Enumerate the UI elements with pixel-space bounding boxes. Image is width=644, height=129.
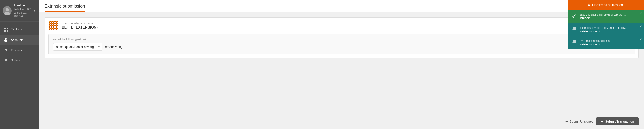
action-row: ➡ Submit Unsigned ➡ Submit Transaction: [39, 114, 644, 129]
staking-icon: ❋: [4, 58, 8, 62]
user-line2: Turbulence TC1: [14, 7, 31, 11]
extrinsic-card: submit the following extrinsic baseLiqui…: [48, 34, 635, 54]
notif-text-1: baseLiquidityPoolsForMargin.Liquidity...…: [580, 26, 640, 33]
notifications-panel: ✕ Dismiss all notifications ✓ baseLiquid…: [568, 0, 644, 49]
extrinsic-module-value: baseLiquidityPoolsForMargin: [56, 45, 96, 49]
submit-transaction-button[interactable]: ➡ Submit Transaction: [596, 117, 639, 126]
notif-close-1[interactable]: ✕: [640, 25, 642, 28]
notif-text-0: baseLiquidityPoolsForMargin.createP... i…: [580, 13, 640, 20]
user-block: #83,274: [14, 14, 31, 18]
user-info: Laminar Turbulence TC1 version 102 #83,2…: [14, 3, 31, 18]
chevron-down-icon: ▾: [34, 9, 35, 12]
account-name: BETTE (EXTENSION): [62, 25, 98, 29]
bell-icon-2: [572, 39, 577, 46]
chevron-down-icon: ▾: [98, 45, 100, 48]
account-details: using the selected account BETTE (EXTENS…: [62, 22, 98, 29]
submit-icon: ➡: [600, 120, 603, 123]
sidebar-header[interactable]: Laminar Turbulence TC1 version 102 #83,2…: [0, 0, 39, 22]
sidebar-item-label: Accounts: [11, 38, 24, 42]
sidebar-item-explorer[interactable]: Explorer: [0, 23, 39, 35]
svg-point-3: [5, 38, 7, 40]
sidebar-item-accounts[interactable]: Accounts: [0, 35, 39, 45]
svg-point-6: [574, 31, 575, 31]
notif-subtitle-0: inblock: [580, 16, 640, 20]
sidebar-item-staking[interactable]: ❋ Staking: [0, 55, 39, 65]
page-header: Extrinsic submission: [39, 0, 644, 12]
svg-marker-5: [4, 48, 7, 51]
submit-transaction-label: Submit Transaction: [605, 120, 634, 123]
account-row: using the selected account BETTE (EXTENS…: [45, 18, 638, 34]
transfer-icon: [4, 48, 8, 53]
sidebar-item-label: Transfer: [11, 48, 22, 52]
notification-item-2: system.ExtrinsicSuccess extrinsic event …: [568, 36, 644, 49]
page-title: Extrinsic submission: [44, 0, 85, 12]
user-name: Laminar: [14, 3, 31, 7]
sidebar-item-transfer[interactable]: Transfer: [0, 45, 39, 55]
notif-close-2[interactable]: ✕: [640, 38, 642, 41]
notif-text-2: system.ExtrinsicSuccess extrinsic event: [580, 39, 640, 46]
sidebar-item-label: Explorer: [11, 27, 22, 31]
sidebar: Laminar Turbulence TC1 version 102 #83,2…: [0, 0, 39, 129]
notif-title-1: baseLiquidityPoolsForMargin.Liquidity...: [580, 26, 640, 29]
avatar: [3, 6, 12, 15]
checkmark-icon: ✓: [572, 13, 576, 20]
account-label: using the selected account: [62, 22, 98, 25]
user-version: version 102: [14, 11, 31, 14]
account-card: using the selected account BETTE (EXTENS…: [44, 17, 639, 58]
notif-title-0: baseLiquidityPoolsForMargin.createP...: [580, 13, 640, 16]
extrinsic-label: submit the following extrinsic: [53, 38, 630, 41]
notification-item-1: baseLiquidityPoolsForMargin.Liquidity...…: [568, 23, 644, 36]
notif-subtitle-1: extrinsic event: [580, 29, 640, 33]
extrinsic-fields: baseLiquidityPoolsForMargin ▾ createPool…: [53, 43, 630, 51]
main-content: Extrinsic submission using the selected …: [39, 0, 644, 129]
sidebar-nav: Explorer Accounts Transfer ❋ Staking: [0, 22, 39, 129]
bell-icon: [572, 26, 577, 33]
notification-item-0: ✓ baseLiquidityPoolsForMargin.createP...…: [568, 10, 644, 23]
submit-unsigned-button[interactable]: ➡ Submit Unsigned: [566, 120, 594, 123]
notif-close-0[interactable]: ✕: [640, 12, 642, 15]
svg-point-1: [6, 8, 9, 11]
sidebar-item-label: Staking: [11, 58, 21, 62]
svg-point-7: [574, 43, 575, 44]
page-content: using the selected account BETTE (EXTENS…: [39, 12, 644, 114]
submit-unsigned-label: Submit Unsigned: [570, 120, 594, 123]
svg-point-4: [4, 40, 8, 41]
extrinsic-module-select[interactable]: baseLiquidityPoolsForMargin ▾: [53, 43, 102, 51]
arrow-right-icon: ➡: [566, 120, 568, 123]
dismiss-label: Dismiss all notifications: [592, 3, 624, 7]
extrinsic-method: createPool(): [104, 43, 123, 50]
grid-icon: [4, 26, 8, 32]
account-blockie-icon: [49, 21, 58, 30]
close-icon: ✕: [588, 3, 590, 7]
dismiss-all-button[interactable]: ✕ Dismiss all notifications: [568, 0, 644, 10]
accounts-icon: [4, 37, 8, 42]
notif-subtitle-2: extrinsic event: [580, 42, 640, 46]
notif-title-2: system.ExtrinsicSuccess: [580, 39, 640, 42]
